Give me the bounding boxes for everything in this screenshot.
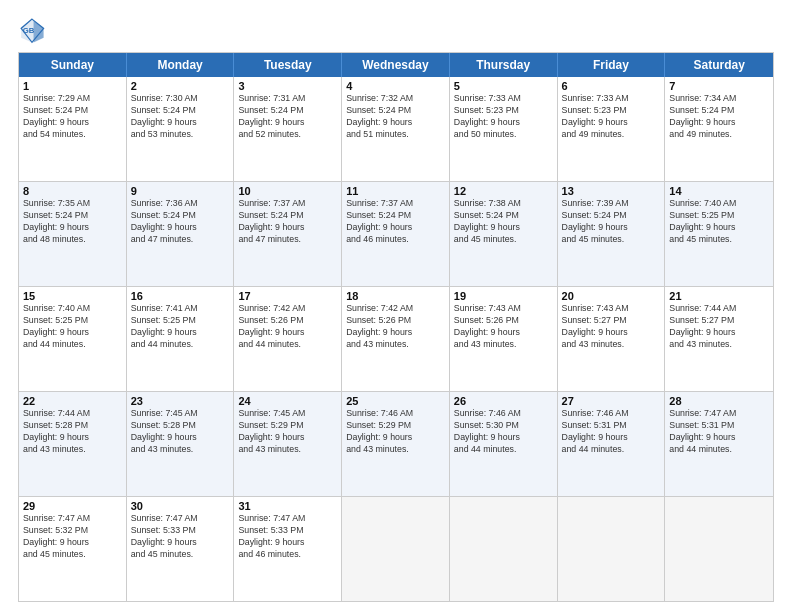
day-cell-20: 20Sunrise: 7:43 AMSunset: 5:27 PMDayligh…	[558, 287, 666, 391]
day-info: Sunrise: 7:47 AMSunset: 5:32 PMDaylight:…	[23, 513, 122, 561]
weekday-header-tuesday: Tuesday	[234, 53, 342, 77]
day-info: Sunrise: 7:40 AMSunset: 5:25 PMDaylight:…	[23, 303, 122, 351]
day-info: Sunrise: 7:29 AMSunset: 5:24 PMDaylight:…	[23, 93, 122, 141]
weekday-header-wednesday: Wednesday	[342, 53, 450, 77]
day-info: Sunrise: 7:47 AMSunset: 5:31 PMDaylight:…	[669, 408, 769, 456]
day-info: Sunrise: 7:33 AMSunset: 5:23 PMDaylight:…	[562, 93, 661, 141]
weekday-header-friday: Friday	[558, 53, 666, 77]
day-number: 30	[131, 500, 230, 512]
day-cell-23: 23Sunrise: 7:45 AMSunset: 5:28 PMDayligh…	[127, 392, 235, 496]
day-cell-8: 8Sunrise: 7:35 AMSunset: 5:24 PMDaylight…	[19, 182, 127, 286]
day-info: Sunrise: 7:39 AMSunset: 5:24 PMDaylight:…	[562, 198, 661, 246]
day-cell-19: 19Sunrise: 7:43 AMSunset: 5:26 PMDayligh…	[450, 287, 558, 391]
calendar-header: SundayMondayTuesdayWednesdayThursdayFrid…	[19, 53, 773, 77]
day-cell-14: 14Sunrise: 7:40 AMSunset: 5:25 PMDayligh…	[665, 182, 773, 286]
day-number: 22	[23, 395, 122, 407]
day-number: 7	[669, 80, 769, 92]
day-cell-17: 17Sunrise: 7:42 AMSunset: 5:26 PMDayligh…	[234, 287, 342, 391]
day-info: Sunrise: 7:40 AMSunset: 5:25 PMDaylight:…	[669, 198, 769, 246]
day-cell-11: 11Sunrise: 7:37 AMSunset: 5:24 PMDayligh…	[342, 182, 450, 286]
logo: GB	[18, 16, 50, 44]
empty-cell	[558, 497, 666, 601]
day-number: 11	[346, 185, 445, 197]
day-cell-21: 21Sunrise: 7:44 AMSunset: 5:27 PMDayligh…	[665, 287, 773, 391]
day-info: Sunrise: 7:37 AMSunset: 5:24 PMDaylight:…	[238, 198, 337, 246]
calendar-row-3: 15Sunrise: 7:40 AMSunset: 5:25 PMDayligh…	[19, 287, 773, 392]
day-cell-1: 1Sunrise: 7:29 AMSunset: 5:24 PMDaylight…	[19, 77, 127, 181]
day-cell-2: 2Sunrise: 7:30 AMSunset: 5:24 PMDaylight…	[127, 77, 235, 181]
day-cell-30: 30Sunrise: 7:47 AMSunset: 5:33 PMDayligh…	[127, 497, 235, 601]
day-number: 19	[454, 290, 553, 302]
day-number: 28	[669, 395, 769, 407]
day-cell-10: 10Sunrise: 7:37 AMSunset: 5:24 PMDayligh…	[234, 182, 342, 286]
day-number: 27	[562, 395, 661, 407]
day-info: Sunrise: 7:42 AMSunset: 5:26 PMDaylight:…	[346, 303, 445, 351]
calendar-row-2: 8Sunrise: 7:35 AMSunset: 5:24 PMDaylight…	[19, 182, 773, 287]
day-cell-9: 9Sunrise: 7:36 AMSunset: 5:24 PMDaylight…	[127, 182, 235, 286]
day-number: 5	[454, 80, 553, 92]
day-number: 9	[131, 185, 230, 197]
day-number: 6	[562, 80, 661, 92]
weekday-header-sunday: Sunday	[19, 53, 127, 77]
day-cell-12: 12Sunrise: 7:38 AMSunset: 5:24 PMDayligh…	[450, 182, 558, 286]
day-number: 21	[669, 290, 769, 302]
day-cell-26: 26Sunrise: 7:46 AMSunset: 5:30 PMDayligh…	[450, 392, 558, 496]
empty-cell	[342, 497, 450, 601]
day-info: Sunrise: 7:45 AMSunset: 5:29 PMDaylight:…	[238, 408, 337, 456]
day-info: Sunrise: 7:33 AMSunset: 5:23 PMDaylight:…	[454, 93, 553, 141]
weekday-header-monday: Monday	[127, 53, 235, 77]
day-cell-18: 18Sunrise: 7:42 AMSunset: 5:26 PMDayligh…	[342, 287, 450, 391]
day-number: 3	[238, 80, 337, 92]
weekday-header-thursday: Thursday	[450, 53, 558, 77]
day-cell-5: 5Sunrise: 7:33 AMSunset: 5:23 PMDaylight…	[450, 77, 558, 181]
day-info: Sunrise: 7:46 AMSunset: 5:30 PMDaylight:…	[454, 408, 553, 456]
day-number: 12	[454, 185, 553, 197]
day-number: 16	[131, 290, 230, 302]
empty-cell	[665, 497, 773, 601]
day-cell-6: 6Sunrise: 7:33 AMSunset: 5:23 PMDaylight…	[558, 77, 666, 181]
weekday-header-saturday: Saturday	[665, 53, 773, 77]
day-cell-15: 15Sunrise: 7:40 AMSunset: 5:25 PMDayligh…	[19, 287, 127, 391]
day-number: 24	[238, 395, 337, 407]
day-info: Sunrise: 7:38 AMSunset: 5:24 PMDaylight:…	[454, 198, 553, 246]
day-cell-28: 28Sunrise: 7:47 AMSunset: 5:31 PMDayligh…	[665, 392, 773, 496]
day-cell-25: 25Sunrise: 7:46 AMSunset: 5:29 PMDayligh…	[342, 392, 450, 496]
day-number: 13	[562, 185, 661, 197]
day-info: Sunrise: 7:46 AMSunset: 5:29 PMDaylight:…	[346, 408, 445, 456]
day-info: Sunrise: 7:43 AMSunset: 5:26 PMDaylight:…	[454, 303, 553, 351]
day-info: Sunrise: 7:47 AMSunset: 5:33 PMDaylight:…	[238, 513, 337, 561]
day-number: 17	[238, 290, 337, 302]
day-cell-4: 4Sunrise: 7:32 AMSunset: 5:24 PMDaylight…	[342, 77, 450, 181]
day-info: Sunrise: 7:44 AMSunset: 5:28 PMDaylight:…	[23, 408, 122, 456]
day-number: 26	[454, 395, 553, 407]
page: GB SundayMondayTuesdayWednesdayThursdayF…	[0, 0, 792, 612]
day-number: 15	[23, 290, 122, 302]
day-info: Sunrise: 7:30 AMSunset: 5:24 PMDaylight:…	[131, 93, 230, 141]
day-number: 1	[23, 80, 122, 92]
day-cell-7: 7Sunrise: 7:34 AMSunset: 5:24 PMDaylight…	[665, 77, 773, 181]
day-info: Sunrise: 7:47 AMSunset: 5:33 PMDaylight:…	[131, 513, 230, 561]
day-number: 29	[23, 500, 122, 512]
day-number: 25	[346, 395, 445, 407]
day-info: Sunrise: 7:31 AMSunset: 5:24 PMDaylight:…	[238, 93, 337, 141]
day-number: 10	[238, 185, 337, 197]
day-cell-13: 13Sunrise: 7:39 AMSunset: 5:24 PMDayligh…	[558, 182, 666, 286]
calendar: SundayMondayTuesdayWednesdayThursdayFrid…	[18, 52, 774, 602]
calendar-body: 1Sunrise: 7:29 AMSunset: 5:24 PMDaylight…	[19, 77, 773, 601]
day-number: 14	[669, 185, 769, 197]
day-cell-27: 27Sunrise: 7:46 AMSunset: 5:31 PMDayligh…	[558, 392, 666, 496]
day-info: Sunrise: 7:42 AMSunset: 5:26 PMDaylight:…	[238, 303, 337, 351]
day-info: Sunrise: 7:45 AMSunset: 5:28 PMDaylight:…	[131, 408, 230, 456]
day-number: 31	[238, 500, 337, 512]
empty-cell	[450, 497, 558, 601]
day-cell-3: 3Sunrise: 7:31 AMSunset: 5:24 PMDaylight…	[234, 77, 342, 181]
day-info: Sunrise: 7:32 AMSunset: 5:24 PMDaylight:…	[346, 93, 445, 141]
day-info: Sunrise: 7:37 AMSunset: 5:24 PMDaylight:…	[346, 198, 445, 246]
day-number: 18	[346, 290, 445, 302]
day-cell-22: 22Sunrise: 7:44 AMSunset: 5:28 PMDayligh…	[19, 392, 127, 496]
day-info: Sunrise: 7:34 AMSunset: 5:24 PMDaylight:…	[669, 93, 769, 141]
day-number: 2	[131, 80, 230, 92]
calendar-row-5: 29Sunrise: 7:47 AMSunset: 5:32 PMDayligh…	[19, 497, 773, 601]
svg-text:GB: GB	[23, 26, 35, 35]
day-info: Sunrise: 7:41 AMSunset: 5:25 PMDaylight:…	[131, 303, 230, 351]
